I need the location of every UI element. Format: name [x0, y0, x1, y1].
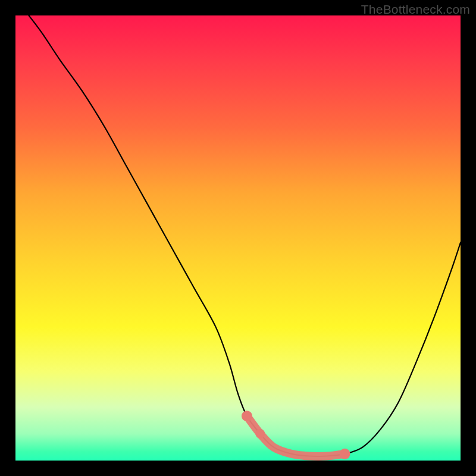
- watermark-text: TheBottleneck.com: [361, 2, 470, 17]
- chart-plot-area: [15, 15, 461, 461]
